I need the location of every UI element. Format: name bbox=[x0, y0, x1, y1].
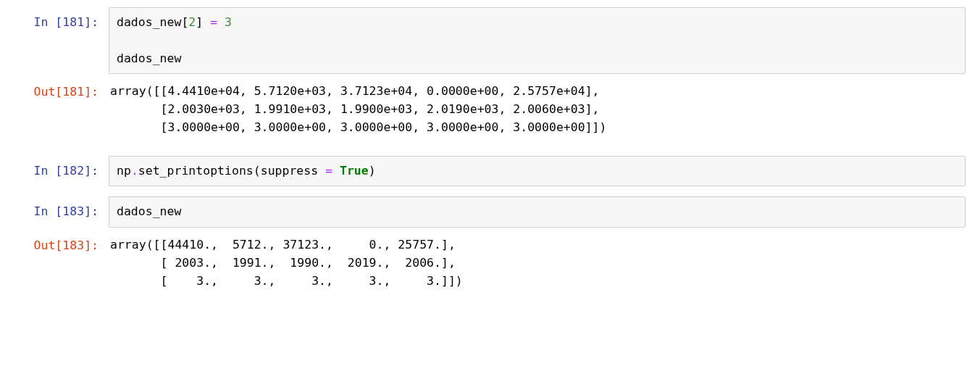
code-token: = bbox=[210, 15, 217, 29]
output-prompt: Out[181]: bbox=[14, 77, 109, 101]
input-prompt: In [183]: bbox=[14, 196, 109, 221]
prompt-label: In [ bbox=[34, 204, 63, 218]
code-token bbox=[203, 15, 210, 29]
prompt-exec-count: 182 bbox=[62, 164, 84, 178]
code-cell: In [183]:dados_new bbox=[14, 196, 966, 228]
code-token bbox=[318, 164, 325, 178]
code-token: 2 bbox=[188, 15, 196, 29]
code-token: ) bbox=[369, 164, 376, 178]
code-token: dados_new bbox=[117, 51, 181, 65]
prompt-label: In [ bbox=[34, 15, 63, 29]
code-cell: In [181]:dados_new[2] = 3 dados_new bbox=[14, 7, 966, 74]
prompt-label: Out[ bbox=[34, 85, 63, 99]
prompt-exec-count: 181 bbox=[62, 15, 84, 29]
output-cell: Out[183]:array([[44410., 5712., 37123., … bbox=[14, 230, 966, 299]
code-token: ( bbox=[254, 164, 261, 178]
code-input-area[interactable]: dados_new bbox=[109, 196, 966, 228]
code-token: dados_new bbox=[117, 15, 181, 29]
code-token bbox=[217, 15, 225, 29]
prompt-exec-count: 183 bbox=[62, 204, 84, 218]
code-token: [ bbox=[181, 15, 188, 29]
output-cell: Out[181]:array([[4.4410e+04, 5.7120e+03,… bbox=[14, 77, 966, 145]
prompt-exec-count: 181 bbox=[62, 85, 84, 99]
prompt-label: In [ bbox=[34, 164, 63, 178]
code-token: np bbox=[117, 164, 131, 178]
prompt-exec-count: 183 bbox=[62, 238, 84, 252]
code-token: . bbox=[131, 164, 138, 178]
code-input-area[interactable]: dados_new[2] = 3 dados_new bbox=[109, 7, 966, 74]
code-token: ] bbox=[196, 15, 203, 29]
prompt-label: Out[ bbox=[34, 238, 63, 252]
notebook-container: In [181]:dados_new[2] = 3 dados_newOut[1… bbox=[14, 7, 966, 309]
code-token: 3 bbox=[225, 15, 232, 29]
input-prompt: In [182]: bbox=[14, 156, 109, 180]
code-token bbox=[332, 164, 340, 178]
code-token: True bbox=[340, 164, 369, 178]
code-input-area[interactable]: np.set_printoptions(suppress = True) bbox=[109, 156, 966, 187]
output-text: array([[44410., 5712., 37123., 0., 25757… bbox=[109, 230, 966, 299]
code-cell: In [182]:np.set_printoptions(suppress = … bbox=[14, 156, 966, 187]
output-text: array([[4.4410e+04, 5.7120e+03, 3.7123e+… bbox=[109, 77, 966, 145]
code-token: suppress bbox=[261, 164, 318, 178]
input-prompt: In [181]: bbox=[14, 7, 109, 32]
code-token: set_printoptions bbox=[138, 164, 254, 178]
code-token: = bbox=[325, 164, 332, 178]
code-token: dados_new bbox=[117, 204, 181, 218]
output-prompt: Out[183]: bbox=[14, 230, 109, 255]
